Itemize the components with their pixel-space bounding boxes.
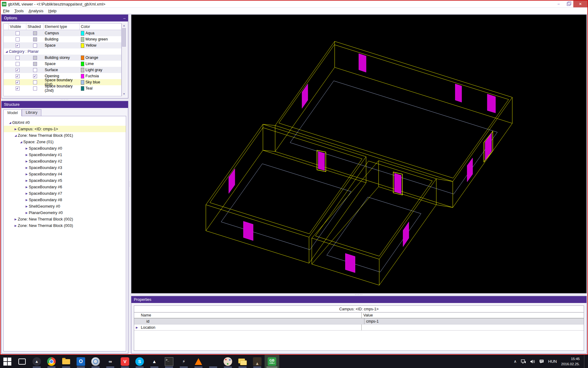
menu-file[interactable]: File — [1, 9, 12, 13]
options-scrollbar[interactable]: ▲ ▼ — [122, 23, 126, 96]
tree-item[interactable]: ◢Space: Zone (01) — [4, 139, 126, 145]
taskbar-arrow-app-button[interactable]: ▲ — [147, 355, 162, 368]
tab-library[interactable]: Library — [22, 109, 41, 116]
language-indicator[interactable]: HUN — [548, 359, 557, 364]
tree-item[interactable]: ◢GbXml #0 — [4, 119, 126, 126]
color-swatch[interactable] — [81, 37, 84, 42]
taskbar-lightning-button[interactable]: ⚡ — [176, 355, 191, 368]
checkbox-unchecked[interactable] — [33, 44, 37, 48]
expand-icon[interactable]: ▶ — [24, 198, 29, 201]
expand-icon[interactable]: ▶ — [24, 205, 29, 208]
expand-icon[interactable]: ◢ — [6, 50, 8, 53]
checkbox-unchecked[interactable] — [16, 31, 20, 35]
collapse-icon[interactable]: ◢ — [8, 121, 12, 124]
tree-item[interactable]: ▶SpaceBoundary #5 — [4, 177, 126, 184]
color-swatch[interactable] — [81, 62, 84, 66]
tree-item[interactable]: ▶SpaceBoundary #0 — [4, 145, 126, 151]
expand-icon[interactable]: ▶ — [24, 173, 29, 176]
tree-item[interactable]: ▶SpaceBoundary #1 — [4, 151, 126, 158]
taskbar-outlook-button[interactable]: O — [74, 355, 88, 368]
tree-item[interactable]: ▶ShellGeometry #0 — [4, 203, 126, 209]
property-row[interactable]: ▶Location — [134, 324, 584, 331]
color-swatch[interactable] — [81, 86, 84, 91]
tray-chevron-icon[interactable]: ∧ — [514, 359, 517, 364]
taskbar-cmd-button[interactable]: >_ — [162, 355, 176, 368]
taskbar-skype-button[interactable]: S — [132, 355, 147, 368]
options-row[interactable]: Building storeyOrange — [4, 55, 121, 61]
network-icon[interactable] — [521, 359, 526, 364]
collapse-icon[interactable]: ◢ — [19, 140, 23, 144]
tree-item[interactable]: ▶Zone: New Thermal Block (003) — [4, 222, 126, 229]
checkbox-unchecked[interactable] — [16, 56, 20, 60]
tree-item[interactable]: ◢Zone: New Thermal Block (001) — [4, 132, 126, 139]
expand-icon[interactable]: ▶ — [134, 326, 140, 329]
expand-icon[interactable]: ▶ — [24, 166, 29, 169]
scroll-down-icon[interactable]: ▼ — [122, 92, 126, 96]
tab-model[interactable]: Model — [3, 109, 22, 116]
checkbox-disabled[interactable] — [33, 31, 37, 35]
expand-icon[interactable]: ▶ — [13, 224, 18, 227]
expand-icon[interactable]: ▶ — [24, 179, 29, 182]
checkbox-unchecked[interactable] — [33, 86, 37, 90]
taskbar-vivaldi-button[interactable]: V — [118, 355, 132, 368]
tree-item[interactable]: ▶Zone: New Thermal Block (002) — [4, 216, 126, 222]
checkbox-unchecked[interactable] — [33, 68, 37, 72]
menu-tools[interactable]: Tools — [12, 9, 26, 13]
color-swatch[interactable] — [81, 74, 84, 79]
property-row[interactable]: idcmps-1 — [134, 318, 584, 324]
color-swatch[interactable] — [81, 68, 84, 72]
show-desktop-button[interactable] — [584, 355, 586, 368]
taskbar-total-commander-button[interactable] — [206, 355, 221, 368]
options-row[interactable]: ✔Space boundary (2nd)Teal — [4, 85, 121, 91]
options-row[interactable]: ✔SurfaceLight gray — [4, 67, 121, 73]
taskbar-mountain-button[interactable]: ▲ — [250, 355, 265, 368]
expand-icon[interactable]: ▶ — [24, 211, 29, 214]
tree-item[interactable]: ▶SpaceBoundary #2 — [4, 158, 126, 164]
panel-splitter-horizontal[interactable]: ····· — [1, 98, 128, 101]
color-swatch[interactable] — [81, 80, 84, 85]
checkbox-checked[interactable]: ✔ — [16, 86, 20, 90]
expand-icon[interactable]: ▶ — [24, 153, 29, 156]
taskbar-folders-button[interactable] — [235, 355, 250, 368]
options-row[interactable]: ✔SpaceYellow — [4, 42, 121, 48]
taskbar-explorer-button[interactable] — [59, 355, 74, 368]
tree-item[interactable]: ▶PlanarGeometry #0 — [4, 209, 126, 216]
options-row[interactable]: CampusAqua — [4, 30, 121, 36]
menu-analysis[interactable]: Analysis — [26, 9, 46, 13]
scrollbar-thumb[interactable] — [122, 28, 126, 47]
taskbar-vlc-button[interactable] — [191, 355, 206, 368]
taskbar-visual-studio-button[interactable]: ∞ — [103, 355, 118, 368]
taskbar-start-button[interactable] — [0, 355, 15, 368]
scroll-up-icon[interactable]: ▲ — [122, 23, 126, 28]
expand-icon[interactable]: ▶ — [24, 160, 29, 163]
expand-icon[interactable]: ▶ — [13, 218, 18, 221]
checkbox-checked[interactable]: ✔ — [16, 74, 20, 78]
color-swatch[interactable] — [81, 56, 84, 60]
checkbox-unchecked[interactable] — [16, 62, 20, 66]
close-button[interactable]: ✕ — [573, 1, 587, 7]
taskbar-globe-button[interactable] — [88, 355, 103, 368]
tree-item[interactable]: ▶SpaceBoundary #7 — [4, 190, 126, 197]
checkbox-checked[interactable]: ✔ — [16, 80, 20, 84]
checkbox-checked[interactable]: ✔ — [33, 74, 37, 78]
panel-splitter-vertical[interactable]: ····· — [128, 14, 131, 354]
color-swatch[interactable] — [81, 43, 84, 48]
speaker-icon[interactable] — [530, 359, 535, 364]
checkbox-checked[interactable]: ✔ — [16, 44, 20, 48]
taskbar-chrome-button[interactable] — [44, 355, 59, 368]
viewport-properties-splitter[interactable]: ····· — [131, 293, 587, 296]
checkbox-disabled[interactable] — [33, 56, 37, 60]
tree-item[interactable]: ▶SpaceBoundary #6 — [4, 184, 126, 190]
color-swatch[interactable] — [81, 31, 84, 36]
checkbox-checked[interactable]: ✔ — [16, 68, 20, 72]
expand-icon[interactable]: ▶ — [24, 186, 29, 189]
options-row[interactable]: SpaceLime — [4, 61, 121, 67]
tree-item[interactable]: ▶SpaceBoundary #4 — [4, 171, 126, 177]
restore-button[interactable] — [564, 1, 573, 7]
collapse-icon[interactable]: ◢ — [13, 134, 18, 137]
checkbox-unchecked[interactable] — [33, 80, 37, 84]
taskbar-palette-button[interactable] — [221, 355, 235, 368]
expand-icon[interactable]: ▶ — [13, 128, 18, 131]
taskbar-unity-button[interactable]: ▲ — [29, 355, 44, 368]
options-row[interactable]: BuildingMoney green — [4, 36, 121, 42]
